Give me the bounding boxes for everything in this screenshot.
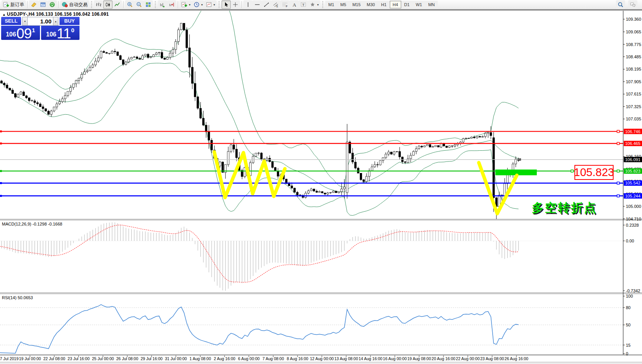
label-button[interactable]: T (299, 0, 308, 9)
turning-point-text[interactable]: 多空转折点 (532, 201, 597, 214)
svg-text:106.746: 106.746 (625, 129, 640, 134)
toolbar-grip (218, 1, 220, 8)
trendline-button[interactable] (262, 0, 271, 9)
hline-left-handle[interactable] (0, 182, 2, 184)
time-axis[interactable]: 17 Jul 201919 Jul 00:0022 Jul 08:0023 Ju… (0, 356, 528, 361)
periods-button[interactable]: ▾ (192, 0, 204, 9)
bar-chart-type-button[interactable] (94, 0, 103, 9)
text-button[interactable]: A (290, 0, 299, 9)
svg-text:80: 80 (626, 305, 630, 310)
sell-price[interactable]: 106091 (1, 26, 40, 40)
timeframe-m5-button[interactable]: M5 (337, 1, 349, 8)
svg-text:0.00: 0.00 (626, 239, 634, 243)
auto-scroll-button[interactable] (158, 0, 167, 9)
symbol-ohlc-line: ▲USDJPY-,H4 106.133 106.156 106.042 106.… (2, 12, 109, 17)
green-line-handle[interactable] (571, 170, 573, 172)
rsi-line (0, 305, 518, 353)
volume-decrease-button[interactable]: ▾ (22, 17, 28, 26)
svg-text:0: 0 (626, 351, 628, 356)
hline-left-handle[interactable] (0, 130, 2, 132)
hline-left-handle[interactable] (0, 195, 2, 197)
autotrading-button[interactable]: 自动交易 (60, 0, 89, 9)
price-axis[interactable]: 109.360109.065108.775108.485108.195107.9… (617, 17, 642, 356)
market-watch-button[interactable] (29, 0, 38, 9)
svg-text:17 Jul 2019: 17 Jul 2019 (0, 356, 18, 361)
toolbar-grip (91, 1, 93, 8)
fibo-icon: F (282, 2, 288, 8)
market-watch-icon (31, 2, 37, 8)
new-order-button[interactable]: 新订单 (2, 0, 26, 9)
sell-button[interactable]: SELL (1, 17, 21, 26)
tile-windows-button[interactable] (144, 0, 153, 9)
templates-button[interactable]: ▾ (204, 0, 217, 9)
svg-text:E: E (276, 5, 278, 8)
chart-area[interactable]: 105.823多空转折点多空转折点109.360109.065108.77510… (0, 0, 642, 364)
toolbar-grip (322, 1, 324, 8)
macd-signal-line (0, 225, 518, 283)
zoom-in-button[interactable] (125, 0, 134, 9)
bars-chart-icon (96, 2, 102, 8)
hline-left-handle[interactable] (0, 170, 2, 172)
timeframe-h4-button[interactable]: H4 (390, 1, 401, 8)
candlestick-type-button[interactable] (103, 0, 113, 9)
svg-text:25 Jul 00:00: 25 Jul 00:00 (92, 356, 114, 361)
data-window-button[interactable] (38, 0, 48, 9)
toolbar-grip (154, 1, 156, 8)
timeframe-m15-button[interactable]: M15 (349, 1, 364, 8)
zoom-out-button[interactable] (134, 0, 144, 9)
volume-increase-button[interactable]: ▴ (53, 17, 58, 26)
indicators-icon (181, 2, 187, 8)
toolbar-separator (123, 1, 124, 8)
chart-shift-button[interactable] (167, 0, 176, 9)
toolbar-separator (242, 1, 242, 8)
chevron-down-icon: ▾ (213, 3, 215, 7)
yellow-zigzag-annotation-1[interactable] (214, 152, 285, 198)
buy-button[interactable]: BUY (60, 17, 79, 26)
toolbar: 新订单自动交易▾▾▾EFAT▾M1M5M15M30H1H4D1W1MN (0, 0, 642, 10)
rsi-pane (0, 305, 623, 353)
tile-windows-icon (145, 2, 151, 8)
vertical-line-button[interactable] (243, 0, 253, 9)
chart-shift-icon (169, 2, 175, 8)
hline-left-handle[interactable] (0, 143, 2, 145)
timeframe-d1-button[interactable]: D1 (401, 1, 413, 8)
svg-text:15: 15 (626, 343, 630, 348)
cursor-icon (223, 2, 229, 8)
horizontal-line-button[interactable] (253, 0, 262, 9)
svg-text:105.244: 105.244 (625, 194, 640, 198)
candlestick-series (0, 23, 520, 220)
svg-text:26 Aug 16:00: 26 Aug 16:00 (505, 356, 528, 361)
chat-button[interactable] (628, 0, 637, 9)
svg-text:8 Aug 16:00: 8 Aug 16:00 (287, 356, 308, 361)
timeframe-m30-button[interactable]: M30 (364, 1, 378, 8)
timeframe-h1-button[interactable]: H1 (378, 1, 389, 8)
svg-text:107.325: 107.325 (626, 104, 641, 109)
line-chart-type-button[interactable] (113, 0, 122, 9)
timeframe-m1-button[interactable]: M1 (325, 1, 337, 8)
svg-text:108.485: 108.485 (626, 54, 641, 59)
cursor-button[interactable] (222, 0, 231, 9)
horizontal-level-lines (0, 130, 623, 197)
navigator-icon (49, 2, 55, 8)
indicators-button[interactable]: ▾ (180, 0, 192, 9)
crosshair-button[interactable] (231, 0, 240, 9)
svg-text:16 Aug 00:00: 16 Aug 00:00 (383, 356, 407, 361)
buy-price[interactable]: 106110 (41, 26, 80, 40)
navigator-button[interactable] (48, 0, 57, 9)
shapes-button[interactable]: ▾ (308, 0, 320, 9)
svg-text:109.360: 109.360 (626, 17, 641, 21)
fibonacci-button[interactable]: F (280, 0, 290, 9)
channel-button[interactable]: E (271, 0, 280, 9)
toolbar-separator (58, 1, 59, 8)
search-icon (617, 2, 624, 8)
data-window-icon (40, 2, 46, 8)
search-button[interactable] (616, 0, 625, 9)
collapse-triangle-icon[interactable]: ▲ (2, 13, 6, 16)
timeframe-mn-button[interactable]: MN (425, 1, 438, 8)
svg-text:105.000: 105.000 (626, 204, 641, 209)
volume-input[interactable]: 1.00 (28, 17, 53, 26)
svg-text:7 Aug 08:00: 7 Aug 08:00 (262, 356, 284, 361)
text-icon: A (291, 2, 297, 8)
up-arrow-icon: ▴ (55, 20, 56, 23)
timeframe-w1-button[interactable]: W1 (413, 1, 425, 8)
